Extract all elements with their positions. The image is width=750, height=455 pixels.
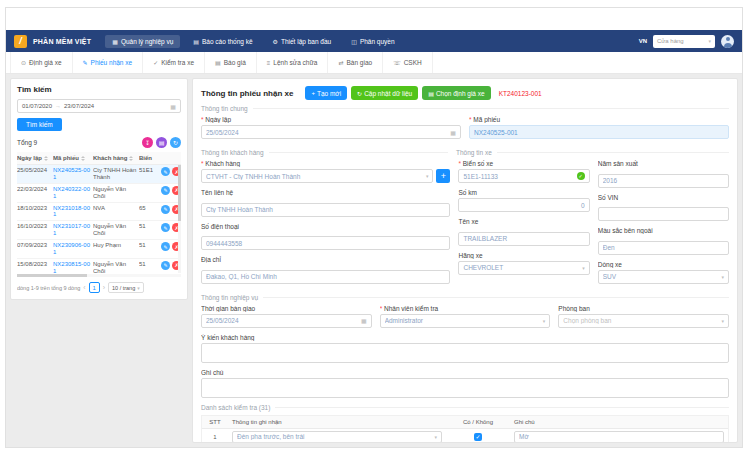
row-plate: 51E1-11133 <box>139 167 153 173</box>
row-plate: 51 <box>139 223 153 229</box>
scrollbar-thumb[interactable] <box>178 165 181 221</box>
field-nam-san-xuat: Năm sản xuất <box>598 160 729 188</box>
horizontal-scrollbar[interactable] <box>17 274 181 277</box>
table-row[interactable]: 16/10/2023 NX231017-001 Nguyễn Văn Chối … <box>17 221 181 240</box>
row-date: 16/10/2023 <box>17 223 53 229</box>
table-row[interactable]: 25/05/2024 NX240525-001 Cty TNHH Hoàn Th… <box>17 165 181 184</box>
row-code-link[interactable]: NX240322-001 <box>53 186 93 200</box>
row-date: 07/09/2023 <box>17 242 53 248</box>
edit-row-button[interactable]: ✎ <box>161 242 170 251</box>
tab-lenh-sua-chua[interactable]: ≡ Lệnh sửa chữa <box>257 52 329 73</box>
refresh-icon-button[interactable]: ↻ <box>170 137 181 148</box>
update-data-button[interactable]: ↻ Cập nhật dữ liệu <box>351 86 418 100</box>
y-kien-khach-hang-textarea[interactable] <box>201 343 729 363</box>
tab-phieu-nhan-xe[interactable]: ✎ Phiếu nhận xe <box>73 52 144 73</box>
row-code-link[interactable]: NX230906-001 <box>53 242 93 256</box>
tab-cskh[interactable]: ☏ CSKH <box>383 52 433 73</box>
user-avatar[interactable] <box>721 35 734 48</box>
prev-page-button[interactable]: ‹ <box>83 284 85 291</box>
current-page-button[interactable]: 1 <box>89 282 100 293</box>
edit-row-button[interactable]: ✎ <box>161 223 170 232</box>
sort-by-customer[interactable]: Khách hàng <box>93 155 139 161</box>
mau-sac-input[interactable] <box>598 241 729 255</box>
ten-lien-he-input[interactable] <box>201 203 450 217</box>
ten-xe-input[interactable] <box>458 232 589 246</box>
tab-label: Kiểm tra xe <box>161 59 194 66</box>
row-code-link[interactable]: NX230815-001 <box>53 261 93 273</box>
edit-row-button[interactable]: ✎ <box>161 261 170 270</box>
check-note-input[interactable] <box>514 431 724 443</box>
chevron-down-icon: ▾ <box>721 274 724 280</box>
table-row[interactable]: 22/03/2024 NX240322-001 Nguyễn Văn Chối … <box>17 184 181 203</box>
vertical-scrollbar[interactable] <box>178 165 181 273</box>
valuation-ref-link[interactable]: KT240123-001 <box>499 90 542 97</box>
sort-by-date[interactable]: Ngày lập <box>17 155 53 161</box>
scrollbar-thumb[interactable] <box>17 274 87 277</box>
tab-ban-giao[interactable]: ⇄ Bàn giao <box>328 52 383 73</box>
print-icon-button[interactable]: ▤ <box>156 137 167 148</box>
so-dien-thoai-input[interactable] <box>201 236 450 250</box>
table-row[interactable]: 18/10/2023 NX231018-001 NVA 65 ✎✗ <box>17 203 181 222</box>
row-customer: Nguyễn Văn Chối <box>93 261 139 273</box>
date-range-picker[interactable]: 01/07/2020 → 23/07/2024 ▦ <box>17 99 181 113</box>
store-select[interactable]: Cửa hàng ▾ <box>653 35 715 48</box>
choose-valuation-button[interactable]: ▤ Chọn định giá xe <box>422 86 490 100</box>
edit-row-button[interactable]: ✎ <box>161 167 170 176</box>
edit-row-button[interactable]: ✎ <box>161 205 170 214</box>
nav-item-bao-cao-thong-ke[interactable]: ▤ Báo cáo thống kê <box>186 35 259 48</box>
phong-ban-select[interactable]: Chọn phòng ban ▾ <box>558 314 729 328</box>
sort-by-code[interactable]: Mã phiếu <box>53 155 93 161</box>
dong-xe-select[interactable]: SUV ▾ <box>598 270 729 284</box>
nav-item-phan-quyen[interactable]: ◫ Phân quyền <box>344 35 401 48</box>
tab-bao-gia[interactable]: ▤ Báo giá <box>205 52 257 73</box>
sort-icon <box>81 156 85 161</box>
nav-item-quan-ly-nghiep-vu[interactable]: ▦ Quản lý nghiệp vụ <box>105 35 180 48</box>
nav-item-label: Quản lý nghiệp vụ <box>121 38 173 45</box>
store-select-value: Cửa hàng <box>657 38 684 44</box>
hang-xe-select[interactable]: CHEVROLET ▾ <box>458 261 589 275</box>
checklist-stt: 1 <box>202 434 228 440</box>
tab-dinh-gia-xe[interactable]: ⊙ Định giá xe <box>10 52 73 73</box>
bien-so-input[interactable]: 51E1-11133 ✓ <box>458 169 589 183</box>
so-km-input[interactable]: 0 <box>458 198 589 212</box>
detail-header: Thông tin phiếu nhận xe + Tạo mới ↻ Cập … <box>201 86 729 100</box>
nam-san-xuat-input[interactable] <box>598 174 729 188</box>
export-icon-button[interactable]: ↧ <box>142 137 153 148</box>
create-new-button[interactable]: + Tạo mới <box>305 86 347 100</box>
check-item-select[interactable]: Đèn pha trước, bên trái ▾ <box>232 431 442 443</box>
field-dia-chi: Địa chỉ <box>201 256 450 284</box>
language-label[interactable]: VN <box>639 38 647 44</box>
dia-chi-input[interactable] <box>201 270 450 284</box>
field-ten-lien-he: Tên liên hệ <box>201 189 450 217</box>
ngay-lap-date-input[interactable]: 25/05/2024 ▦ <box>201 125 461 139</box>
results-rows: 25/05/2024 NX240525-001 Cty TNHH Hoàn Th… <box>17 165 181 273</box>
report-icon: ▤ <box>193 38 199 45</box>
tab-label: Báo giá <box>224 59 246 66</box>
edit-row-button[interactable]: ✎ <box>161 186 170 195</box>
page-size-select[interactable]: 10 / trang ▾ <box>108 282 144 293</box>
add-customer-button[interactable]: + <box>436 169 450 183</box>
page-title: Thông tin phiếu nhận xe <box>201 89 293 98</box>
field-khach-hang: Khách hàng CTVHT - Cty TNHH Hoàn Thành ▾… <box>201 160 450 183</box>
table-row[interactable]: 15/08/2023 NX230815-001 Nguyễn Văn Chối … <box>17 259 181 273</box>
checklist-row: 1 Đèn pha trước, bên trái ▾ ✓ <box>202 429 728 444</box>
row-code-link[interactable]: NX231017-001 <box>53 223 93 237</box>
thoi-gian-ban-giao-date-input[interactable]: 25/05/2024 ▦ <box>201 314 372 328</box>
so-vin-input[interactable] <box>598 207 729 221</box>
field-thoi-gian-ban-giao: Thời gian bàn giao 25/05/2024 ▦ <box>201 305 372 328</box>
table-row[interactable]: 07/09/2023 NX230906-001 Huy Phạm 51 ✎✗ <box>17 240 181 259</box>
nav-item-thiet-lap-ban-dau[interactable]: ⚙ Thiết lập ban đầu <box>266 35 339 48</box>
khach-hang-select[interactable]: CTVHT - Cty TNHH Hoàn Thành ▾ <box>201 169 433 183</box>
nhan-vien-kiem-tra-select[interactable]: Administrator ▾ <box>380 314 551 328</box>
yes-no-checkbox[interactable]: ✓ <box>474 433 482 441</box>
search-button[interactable]: Tìm kiếm <box>17 118 62 131</box>
next-page-button[interactable]: › <box>103 284 105 291</box>
row-plate: 51 <box>139 261 153 267</box>
row-code-link[interactable]: NX240525-001 <box>53 167 93 181</box>
row-code-link[interactable]: NX231018-001 <box>53 205 93 219</box>
nav-item-label: Báo cáo thống kê <box>202 38 253 45</box>
ghi-chu-textarea[interactable] <box>201 378 729 398</box>
date-to-value: 23/07/2024 <box>64 103 94 109</box>
target-icon: ⊙ <box>21 59 26 66</box>
tab-kiem-tra-xe[interactable]: ✓ Kiểm tra xe <box>143 52 205 73</box>
